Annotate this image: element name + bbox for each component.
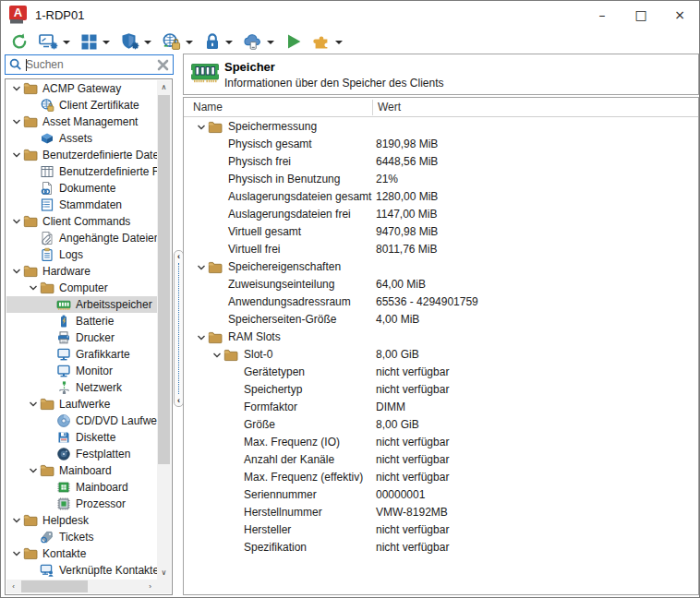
grid-row-max-frequenz-effektiv[interactable]: Max. Frequenz (effektiv) nicht verfügbar <box>184 469 698 486</box>
tree-item-stammdaten[interactable]: Stammdaten <box>6 197 157 213</box>
scroll-up-icon[interactable]: ∧ <box>157 80 171 94</box>
grid-row-ram-slots[interactable]: RAM Slots <box>184 329 698 346</box>
scroll-left-icon[interactable]: ‹ <box>6 580 20 593</box>
plugins-button[interactable] <box>311 31 344 52</box>
grid-row-speicherseiten-größe[interactable]: Speicherseiten-Größe 4,00 MiB <box>184 311 698 329</box>
grid-row-physisch-gesamt[interactable]: Physisch gesamt 8190,98 MiB <box>184 136 698 153</box>
chevron-down-icon[interactable] <box>27 466 40 475</box>
vertical-scroll-thumb[interactable] <box>158 95 170 464</box>
chevron-down-icon[interactable] <box>195 263 208 272</box>
grid-row-spezifikation[interactable]: Spezifikation nicht verfügbar <box>184 539 698 556</box>
tree-item-mainboard[interactable]: Mainboard <box>6 462 157 479</box>
grid-row-hersteller[interactable]: Hersteller nicht verfügbar <box>184 521 698 539</box>
search-box[interactable] <box>5 54 174 75</box>
client-settings-button[interactable] <box>37 31 72 52</box>
lock-button[interactable] <box>201 31 235 52</box>
certificates-button[interactable] <box>160 31 195 52</box>
column-divider[interactable] <box>372 100 373 115</box>
tree-item-dokumente[interactable]: Dokumente <box>6 180 157 197</box>
grid-row-speichereigenschaften[interactable]: Speichereigenschaften <box>184 258 698 276</box>
close-button[interactable]: × <box>660 1 699 29</box>
grid-row-seriennummer[interactable]: Seriennummer 00000001 <box>184 486 698 504</box>
collapse-left-icon[interactable]: ‹ <box>177 252 180 261</box>
security-settings-button[interactable] <box>118 31 153 52</box>
chevron-down-icon[interactable] <box>10 217 23 226</box>
tree-item-acmp-gateway[interactable]: ACMP Gateway <box>6 80 157 97</box>
tree-item-grafikkarte[interactable]: Grafikkarte <box>6 346 157 363</box>
grid-row-auslagerungsdateien-gesamt[interactable]: Auslagerungsdateien gesamt 1280,00 MiB <box>184 188 698 206</box>
column-header-wert[interactable]: Wert <box>378 101 401 114</box>
chevron-down-icon[interactable] <box>195 123 208 132</box>
tree-item-cd-dvd-laufwerke[interactable]: CD/DVD Laufwerke <box>6 413 157 429</box>
refresh-button[interactable] <box>8 31 30 52</box>
grid-row-max-frequenz-io[interactable]: Max. Frequenz (IO) nicht verfügbar <box>184 434 698 451</box>
tree-item-hardware[interactable]: Hardware <box>6 263 157 280</box>
tree-item-netzwerk[interactable]: Netzwerk <box>6 379 157 396</box>
tree-item-angehängte-dateien[interactable]: Angehängte Dateien <box>6 230 157 246</box>
chevron-down-icon[interactable] <box>10 549 23 558</box>
tree-item-kontakte[interactable]: Kontakte <box>6 545 157 562</box>
chevron-down-icon[interactable] <box>10 150 23 160</box>
grid-row-speichertyp[interactable]: Speichertyp nicht verfügbar <box>184 381 698 399</box>
grid-row-physisch-frei[interactable]: Physisch frei 6448,56 MiB <box>184 153 698 171</box>
tree-item-computer[interactable]: Computer <box>6 280 157 296</box>
remote-cloud-button[interactable] <box>241 31 276 52</box>
grid-row-slot-0[interactable]: Slot-0 8,00 GiB <box>184 346 698 364</box>
tree-item-benutzerdefinierte-dateien[interactable]: Benutzerdefinierte Dateien <box>6 147 157 163</box>
scroll-down-icon[interactable]: ∨ <box>157 566 171 580</box>
scroll-right-icon[interactable]: › <box>143 580 157 593</box>
views-button[interactable] <box>78 31 112 52</box>
tree-item-laufwerke[interactable]: Laufwerke <box>6 396 157 413</box>
chevron-down-icon[interactable] <box>10 516 23 525</box>
dropdown-arrow-icon[interactable] <box>335 41 343 44</box>
grid-row-gerätetypen[interactable]: Gerätetypen nicht verfügbar <box>184 364 698 381</box>
tree-item-monitor[interactable]: Monitor <box>6 363 157 379</box>
grid-row-herstellnummer[interactable]: Herstellnummer VMW-8192MB <box>184 504 698 521</box>
tree-item-client-commands[interactable]: Client Commands <box>6 213 157 230</box>
tree-item-tickets[interactable]: Tickets <box>6 529 157 545</box>
column-header-name[interactable]: Name <box>193 101 223 114</box>
chevron-down-icon[interactable] <box>10 117 23 126</box>
tree-item-diskette[interactable]: Diskette <box>6 429 157 446</box>
minimize-button[interactable]: – <box>583 1 622 29</box>
grid-row-formfaktor[interactable]: Formfaktor DIMM <box>184 399 698 416</box>
grid-row-anwendungsadressraum[interactable]: Anwendungsadressraum 65536 - 4294901759 <box>184 293 698 311</box>
tree-item-assets[interactable]: Assets <box>6 130 157 147</box>
collapse-left-icon[interactable]: ‹ <box>177 396 180 405</box>
tree-item-prozessor[interactable]: Prozessor <box>6 496 157 512</box>
chevron-down-icon[interactable] <box>27 283 40 293</box>
tree-item-arbeitsspeicher[interactable]: Arbeitsspeicher <box>6 296 157 313</box>
execute-button[interactable] <box>283 31 305 52</box>
chevron-down-icon[interactable] <box>10 267 23 276</box>
dropdown-arrow-icon[interactable] <box>144 41 151 44</box>
tree-item-helpdesk[interactable]: Helpdesk <box>6 512 157 529</box>
tree-item-mainboard[interactable]: Mainboard <box>6 479 157 496</box>
tree-vertical-scrollbar[interactable]: ∧ ∨ <box>157 80 171 580</box>
dropdown-arrow-icon[interactable] <box>225 41 233 44</box>
dropdown-arrow-icon[interactable] <box>63 41 70 44</box>
tree-item-benutzerdefinierte-felder[interactable]: Benutzerdefinierte Felder <box>6 163 157 180</box>
grid-row-zuweisungseinteilung[interactable]: Zuweisungseinteilung 64,00 MiB <box>184 276 698 293</box>
dropdown-arrow-icon[interactable] <box>186 41 193 44</box>
chevron-down-icon[interactable] <box>195 333 208 342</box>
grid-row-virtuell-frei[interactable]: Virtuell frei 8011,76 MiB <box>184 241 698 258</box>
grid-row-speichermessung[interactable]: Speichermessung <box>184 118 698 136</box>
maximize-button[interactable]: □ <box>622 1 660 29</box>
grid-row-auslagerungsdateien-frei[interactable]: Auslagerungsdateien frei 1147,00 MiB <box>184 206 698 223</box>
tree-item-batterie[interactable]: Batterie <box>6 313 157 329</box>
splitter-grip[interactable] <box>178 263 179 394</box>
chevron-down-icon[interactable] <box>27 400 40 409</box>
clear-search-icon[interactable] <box>157 59 169 71</box>
tree-item-drucker[interactable]: Drucker <box>6 329 157 346</box>
tree-horizontal-scrollbar[interactable]: ‹ › <box>6 580 157 593</box>
tree-item-asset-management[interactable]: Asset Management <box>6 114 157 130</box>
dropdown-arrow-icon[interactable] <box>267 41 274 44</box>
tree-item-verknüpfte-kontakte[interactable]: Verknüpfte Kontakte <box>6 562 157 579</box>
grid-row-virtuell-gesamt[interactable]: Virtuell gesamt 9470,98 MiB <box>184 223 698 241</box>
tree-item-logs[interactable]: Logs <box>6 246 157 263</box>
horizontal-scroll-thumb[interactable] <box>21 580 88 592</box>
chevron-down-icon[interactable] <box>211 351 223 360</box>
tree-item-client-zertifikate[interactable]: Client Zertifikate <box>6 97 157 114</box>
grid-row-physisch-in-benutzung[interactable]: Physisch in Benutzung 21% <box>184 171 698 188</box>
grid-row-größe[interactable]: Größe 8,00 GiB <box>184 416 698 434</box>
